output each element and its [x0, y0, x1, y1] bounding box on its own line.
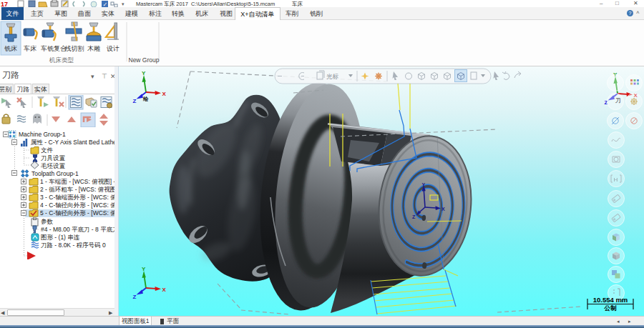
- svg-text:Z: Z: [133, 98, 137, 104]
- svg-text:10.554 mm: 10.554 mm: [593, 296, 628, 304]
- svg-text:光标: 光标: [326, 73, 339, 80]
- svg-text:Z: Z: [412, 214, 416, 219]
- svg-text:绘: 绘: [142, 96, 149, 102]
- svg-text:Y: Y: [142, 70, 146, 76]
- svg-text:H: H: [614, 177, 618, 183]
- svg-text:✓: ✓: [103, 1, 108, 8]
- svg-text:Y: Y: [422, 182, 426, 187]
- svg-text:Y: Y: [142, 266, 146, 272]
- svg-text:Z: Z: [133, 294, 137, 300]
- svg-text:17: 17: [1, 1, 8, 7]
- svg-text:X: X: [441, 207, 445, 212]
- svg-text:X: X: [162, 287, 167, 293]
- svg-text:X: X: [162, 91, 167, 97]
- svg-text:公制: 公制: [604, 304, 618, 312]
- svg-text:▾: ▾: [122, 1, 125, 6]
